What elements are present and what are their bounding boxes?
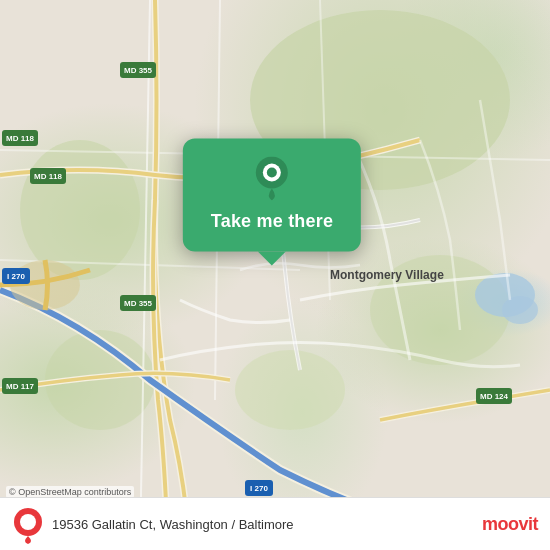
shield-i270-lower: I 270 [245,480,273,496]
svg-line-7 [140,0,150,550]
shield-md355-upper: MD 355 [120,62,156,78]
moovit-logo-text: moovit [482,514,538,535]
shield-md355-lower: MD 355 [120,295,156,311]
svg-point-17 [20,514,36,530]
address-text: 19536 Gallatin Ct, Washington / Baltimor… [52,517,294,532]
address-section: 19536 Gallatin Ct, Washington / Baltimor… [12,508,294,540]
shield-md118-right: MD 118 [2,130,38,146]
bottom-bar: 19536 Gallatin Ct, Washington / Baltimor… [0,497,550,550]
take-me-there-label: Take me there [211,211,333,232]
map-container: MD 355 MD 118 MD 118 MD 355 MD 117 I 270… [0,0,550,550]
svg-point-4 [235,350,345,430]
location-pin-icon [250,157,294,201]
moovit-logo: moovit [482,514,538,535]
shield-i270-upper: I 270 [2,268,30,284]
moovit-pin-icon [12,508,44,540]
montgomery-village-label: Montgomery Village [330,268,444,282]
popup-card[interactable]: Take me there [183,139,361,252]
svg-point-15 [267,168,277,178]
shield-md118: MD 118 [30,168,66,184]
svg-point-1 [20,140,140,280]
svg-point-6 [502,296,538,324]
shield-md124: MD 124 [476,388,512,404]
shield-md117: MD 117 [2,378,38,394]
map-roads-svg [0,0,550,550]
